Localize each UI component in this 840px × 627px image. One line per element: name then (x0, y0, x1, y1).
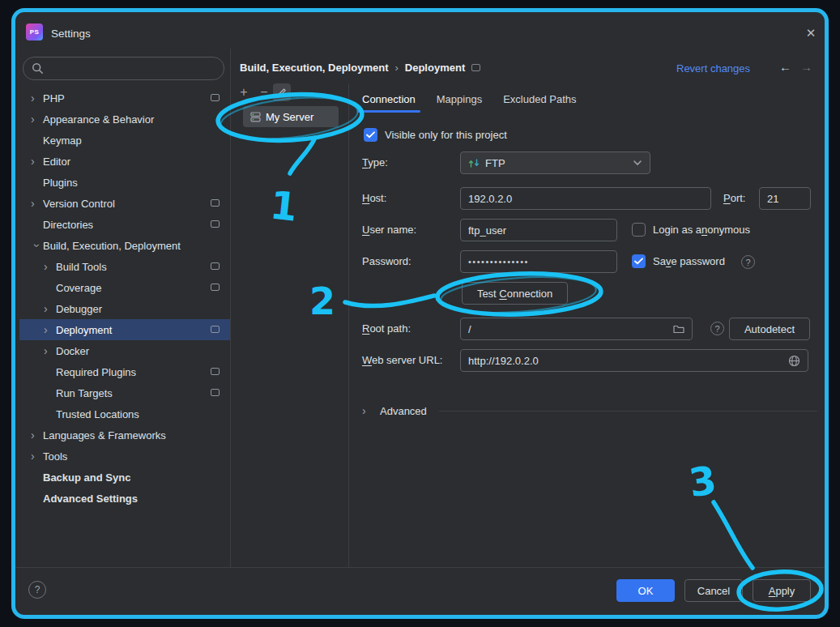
root-path-label: Root path: (362, 318, 411, 340)
tab-excluded-paths[interactable]: Excluded Paths (503, 90, 576, 109)
globe-icon[interactable] (788, 355, 800, 367)
login-anonymous-checkbox-row[interactable]: Login as anonymous (632, 223, 750, 237)
autodetect-button[interactable]: Autodetect (729, 318, 810, 340)
tab-mappings[interactable]: Mappings (437, 90, 482, 109)
chevron-down-icon: › (32, 240, 43, 252)
type-dropdown[interactable]: FTP (460, 151, 650, 174)
visible-only-label: Visible only for this project (385, 129, 507, 141)
settings-tree: › PHP › Appearance & Behavior Keymap › E… (19, 87, 230, 509)
phpstorm-logo-icon: PS (26, 23, 43, 41)
ftp-icon (468, 158, 480, 168)
sidebar-item-tools[interactable]: › Tools (19, 446, 230, 467)
sidebar-item-docker[interactable]: › Docker (19, 340, 230, 361)
search-input[interactable] (49, 62, 215, 75)
save-password-checkbox-row[interactable]: Save password (632, 254, 725, 268)
host-label: Host: (362, 187, 386, 210)
revert-changes-link[interactable]: Revert changes (676, 62, 750, 75)
type-label: Type: (362, 151, 388, 174)
checkbox-unchecked-icon[interactable] (632, 223, 646, 237)
server-list-item-my-server[interactable]: My Server (243, 106, 339, 127)
sidebar-item-appearance-behavior[interactable]: › Appearance & Behavior (19, 109, 230, 130)
host-input[interactable]: 192.0.2.0 (460, 187, 711, 210)
window-title: Settings (51, 28, 91, 40)
breadcrumb-parent[interactable]: Build, Execution, Deployment (240, 62, 388, 74)
close-icon[interactable]: ✕ (801, 23, 821, 43)
project-config-icon (211, 94, 220, 101)
project-config-icon (211, 326, 220, 333)
pencil-icon (277, 87, 287, 97)
cancel-button[interactable]: Cancel (684, 579, 743, 602)
advanced-label: Advanced (380, 405, 427, 417)
type-value: FTP (485, 157, 627, 169)
advanced-section-toggle[interactable]: › Advanced (362, 400, 427, 421)
chevron-right-icon: › (31, 450, 43, 462)
sidebar-item-build-execution-deployment[interactable]: › Build, Execution, Deployment (19, 235, 230, 256)
remove-server-button[interactable]: − (255, 83, 273, 101)
sidebar-item-debugger[interactable]: › Debugger (19, 298, 230, 319)
tree-divider (230, 49, 231, 567)
project-config-icon (211, 262, 220, 270)
settings-dialog: PS Settings ✕ › PHP › Appearance & Behav… (11, 8, 829, 619)
sidebar-item-trusted-locations[interactable]: Trusted Locations (19, 403, 230, 424)
breadcrumb-current: Deployment (405, 62, 465, 74)
checkbox-checked-icon[interactable] (364, 128, 377, 142)
user-name-label: User name: (362, 219, 416, 241)
sidebar-item-php[interactable]: › PHP (19, 87, 230, 109)
sidebar-item-keymap[interactable]: Keymap (19, 130, 230, 151)
sidebar-item-coverage[interactable]: Coverage (19, 277, 230, 298)
back-arrow-button[interactable]: ← (779, 60, 791, 74)
sidebar-item-build-tools[interactable]: › Build Tools (19, 256, 230, 277)
ok-button[interactable]: OK (616, 579, 675, 602)
project-config-icon (211, 199, 220, 207)
server-name: My Server (266, 111, 313, 123)
sidebar-item-plugins[interactable]: Plugins (19, 172, 230, 193)
chevron-right-icon: › (31, 156, 43, 167)
password-input[interactable]: •••••••••••••• (460, 250, 617, 273)
folder-icon[interactable] (673, 324, 684, 334)
sidebar-item-version-control[interactable]: › Version Control (19, 193, 230, 214)
apply-button[interactable]: Apply (753, 579, 811, 602)
sidebar-item-advanced-settings[interactable]: Advanced Settings (19, 488, 230, 509)
sidebar-item-required-plugins[interactable]: Required Plugins (19, 361, 230, 382)
sidebar-item-backup-and-sync[interactable]: Backup and Sync (19, 467, 230, 488)
edit-server-button[interactable] (273, 83, 291, 101)
server-icon (250, 112, 261, 122)
test-connection-button[interactable]: Test Connection (462, 282, 568, 305)
sidebar-item-directories[interactable]: Directories (19, 214, 230, 235)
chevron-right-icon: › (44, 324, 56, 335)
visible-only-checkbox-row[interactable]: Visible only for this project (364, 128, 507, 142)
sidebar-item-deployment[interactable]: › Deployment (19, 319, 230, 340)
add-server-button[interactable]: + (235, 83, 253, 101)
user-name-input[interactable]: ftp_user (460, 219, 617, 241)
save-password-label: Save password (653, 255, 725, 267)
port-label: Port: (723, 187, 745, 210)
web-server-url-label: Web server URL: (362, 349, 442, 372)
forward-arrow-button[interactable]: → (800, 60, 812, 74)
breadcrumb-separator: › (394, 62, 398, 74)
checkbox-checked-icon[interactable] (632, 254, 646, 268)
deployment-tabs: Connection Mappings Excluded Paths (362, 90, 577, 109)
port-input[interactable]: 21 (759, 187, 811, 210)
help-icon[interactable]: ? (741, 255, 755, 269)
settings-search[interactable] (23, 57, 224, 80)
chevron-right-icon: › (44, 261, 56, 272)
sidebar-item-run-targets[interactable]: Run Targets (19, 382, 230, 403)
search-icon (32, 62, 44, 75)
footer-divider (15, 567, 825, 568)
chevron-right-icon: › (31, 92, 43, 104)
sidebar-item-editor[interactable]: › Editor (19, 151, 230, 172)
chevron-right-icon: › (44, 345, 56, 356)
chevron-right-icon: › (31, 198, 43, 209)
project-config-icon (211, 389, 220, 396)
help-button[interactable]: ? (28, 581, 46, 599)
chevron-down-icon (633, 160, 642, 166)
tab-connection[interactable]: Connection (362, 90, 416, 109)
project-config-icon (211, 220, 220, 228)
web-server-url-input[interactable]: http://192.0.2.0 (460, 349, 808, 372)
help-icon[interactable]: ? (710, 322, 724, 335)
project-config-icon (211, 284, 220, 291)
root-path-input[interactable]: / (460, 318, 693, 340)
sidebar-item-languages-frameworks[interactable]: › Languages & Frameworks (19, 424, 230, 446)
project-config-icon (211, 368, 220, 375)
password-label: Password: (362, 250, 411, 273)
